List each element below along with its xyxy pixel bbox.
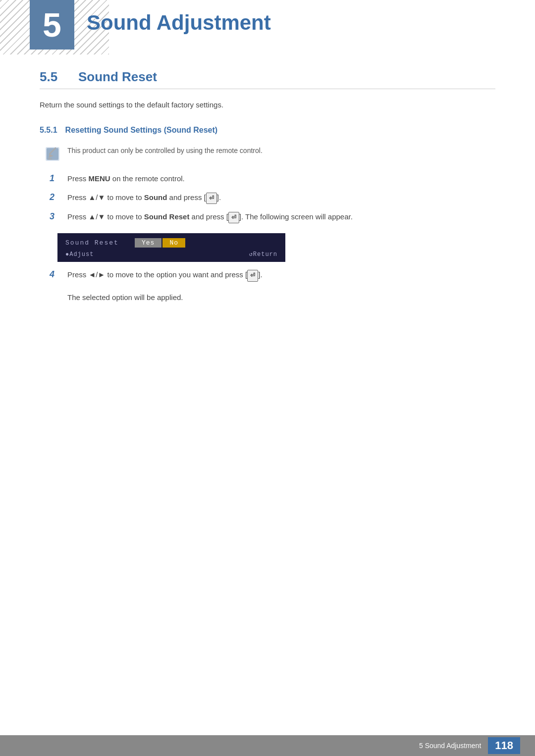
steps-list: 1 Press MENU on the remote control. 2 Pr… — [40, 173, 495, 223]
subsection-heading: 5.5.1Resetting Sound Settings (Sound Res… — [40, 126, 495, 135]
step-2-keyword: Sound — [144, 193, 167, 202]
step-3-keyword: Sound Reset — [144, 212, 190, 221]
screen-adjust-label: ●Adjust — [65, 251, 94, 258]
chapter-number: 5 — [43, 8, 61, 42]
step-2-key: ⏎ — [206, 193, 217, 204]
footer-page-number: 118 — [488, 737, 520, 754]
step-1-number: 1 — [50, 173, 59, 184]
step-3-number: 3 — [50, 211, 59, 222]
chapter-number-block: 5 — [30, 0, 74, 50]
step-4: 4 Press ◄/► to move to the option you wa… — [40, 269, 495, 281]
screen-yes-option: Yes — [135, 238, 161, 248]
step-2: 2 Press ▲/▼ to move to Sound and press [… — [40, 192, 495, 204]
section-heading: 5.5 Sound Reset — [40, 69, 495, 89]
steps-list-4: 4 Press ◄/► to move to the option you wa… — [40, 269, 495, 281]
page-header: 5 Sound Adjustment — [0, 0, 535, 54]
step-4-key: ⏎ — [247, 270, 258, 281]
step-4-text: Press ◄/► to move to the option you want… — [67, 269, 263, 281]
step-1-keyword: MENU — [89, 174, 110, 183]
step-1: 1 Press MENU on the remote control. — [40, 173, 495, 185]
step-1-text: Press MENU on the remote control. — [67, 173, 185, 185]
footer-text: 5 Sound Adjustment — [419, 742, 481, 750]
subsection-number: 5.5.1 — [40, 126, 57, 134]
note-box: This product can only be controlled by u… — [40, 146, 495, 162]
section-number: 5.5 — [40, 69, 69, 85]
main-content: 5.5 Sound Reset Return the sound setting… — [0, 69, 535, 303]
step-4-continuation: The selected option will be applied. — [40, 292, 495, 303]
note-text: This product can only be controlled by u… — [67, 146, 263, 156]
step-2-text: Press ▲/▼ to move to Sound and press [⏎]… — [67, 192, 221, 204]
chapter-title: Sound Adjustment — [87, 11, 271, 35]
screen-ui: Sound Reset Yes No ●Adjust ↺Return — [57, 233, 285, 262]
screen-sub-row: ●Adjust ↺Return — [65, 251, 277, 258]
note-icon — [45, 146, 60, 162]
page-footer: 5 Sound Adjustment 118 — [0, 735, 535, 756]
subsection-title: Resetting Sound Settings (Sound Reset) — [65, 126, 218, 134]
screen-container: Sound Reset Yes No ●Adjust ↺Return — [57, 233, 285, 262]
svg-rect-1 — [47, 148, 58, 160]
screen-label: Sound Reset — [65, 239, 135, 247]
step-2-number: 2 — [50, 192, 59, 202]
step-3-key: ⏎ — [228, 212, 239, 223]
section-title: Sound Reset — [78, 69, 157, 85]
section-description: Return the sound settings to the default… — [40, 99, 495, 111]
screen-main-row: Sound Reset Yes No — [65, 238, 277, 248]
step-3-text: Press ▲/▼ to move to Sound Reset and pre… — [67, 211, 353, 223]
screen-return-label: ↺Return — [249, 251, 277, 258]
step-4-number: 4 — [50, 269, 59, 280]
step-3: 3 Press ▲/▼ to move to Sound Reset and p… — [40, 211, 495, 223]
screen-no-option: No — [162, 238, 185, 248]
